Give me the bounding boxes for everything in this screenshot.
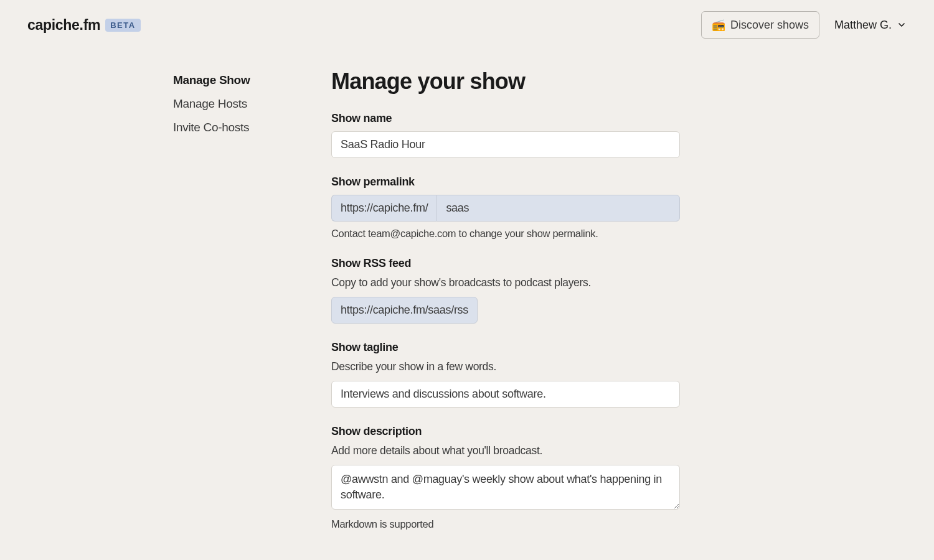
description-helper: Add more details about what you'll broad… [331, 444, 680, 457]
permalink-field: https://capiche.fm/ [331, 195, 680, 222]
description-label: Show description [331, 425, 680, 438]
tagline-input[interactable] [331, 381, 680, 408]
sidebar-item-manage-hosts[interactable]: Manage Hosts [173, 92, 319, 116]
rss-group: Show RSS feed Copy to add your show's br… [331, 257, 680, 324]
rss-label: Show RSS feed [331, 257, 680, 270]
permalink-prefix: https://capiche.fm/ [331, 195, 436, 222]
logo-group: capiche.fm BETA [27, 17, 141, 34]
header: capiche.fm BETA 📻 Discover shows Matthew… [0, 0, 934, 50]
logo[interactable]: capiche.fm [27, 17, 100, 34]
tagline-label: Show tagline [331, 341, 680, 354]
beta-badge: BETA [105, 19, 140, 32]
permalink-hint: Contact team@capiche.com to change your … [331, 228, 680, 240]
permalink-input[interactable] [436, 195, 680, 222]
user-menu[interactable]: Matthew G. [834, 19, 907, 32]
rss-field[interactable]: https://capiche.fm/saas/rss [331, 297, 478, 324]
discover-label: Discover shows [730, 19, 809, 32]
main: Manage your show Show name Show permalin… [331, 68, 680, 548]
description-hint: Markdown is supported [331, 518, 680, 530]
show-name-group: Show name [331, 112, 680, 158]
description-textarea[interactable] [331, 465, 680, 510]
page-title: Manage your show [331, 68, 680, 95]
radio-icon: 📻 [712, 18, 725, 32]
tagline-helper: Describe your show in a few words. [331, 360, 680, 373]
sidebar-item-manage-show[interactable]: Manage Show [173, 68, 319, 92]
tagline-group: Show tagline Describe your show in a few… [331, 341, 680, 408]
content: Manage Show Manage Hosts Invite Co-hosts… [0, 50, 934, 548]
chevron-down-icon [897, 20, 907, 30]
sidebar-item-invite-cohosts[interactable]: Invite Co-hosts [173, 116, 319, 139]
rss-helper: Copy to add your show's broadcasts to po… [331, 276, 680, 289]
permalink-group: Show permalink https://capiche.fm/ Conta… [331, 175, 680, 240]
sidebar: Manage Show Manage Hosts Invite Co-hosts [173, 68, 319, 548]
show-name-input[interactable] [331, 131, 680, 158]
show-name-label: Show name [331, 112, 680, 125]
header-right: 📻 Discover shows Matthew G. [701, 11, 907, 39]
user-name: Matthew G. [834, 19, 892, 32]
permalink-label: Show permalink [331, 175, 680, 189]
description-group: Show description Add more details about … [331, 425, 680, 530]
discover-shows-button[interactable]: 📻 Discover shows [701, 11, 819, 39]
